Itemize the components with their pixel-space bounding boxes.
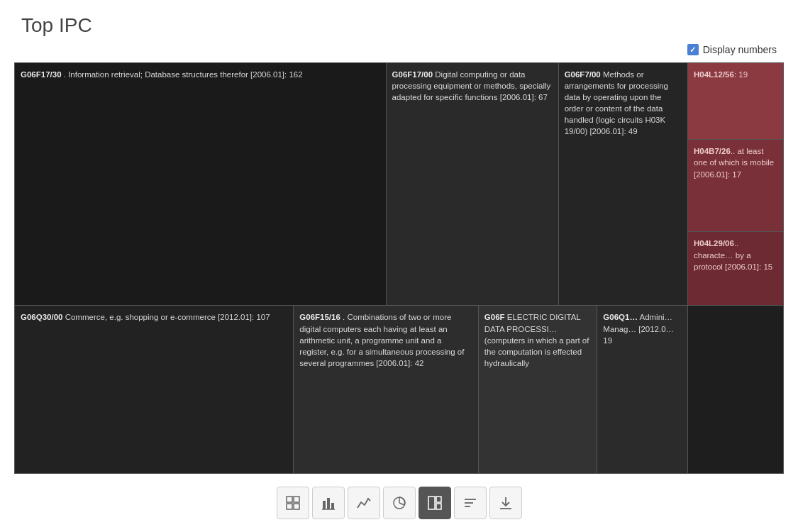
sort-icon	[462, 495, 478, 511]
svg-line-10	[399, 503, 404, 505]
cell-r1c4top-label: H04L12/56	[694, 70, 734, 79]
treemap-row2-rightcol	[688, 306, 783, 473]
line-chart-icon	[356, 495, 372, 511]
table-icon	[285, 495, 301, 511]
svg-rect-2	[287, 504, 292, 509]
treemap-button[interactable]	[419, 487, 451, 519]
svg-rect-13	[436, 504, 441, 509]
svg-rect-4	[323, 501, 326, 509]
download-button[interactable]	[489, 487, 522, 519]
treemap-cell-r1c4-bot[interactable]: H04L29/06.. characte… by a protocol [200…	[688, 232, 783, 305]
sort-view-button[interactable]	[454, 487, 487, 519]
line-chart-button[interactable]	[348, 487, 380, 519]
treemap-cell-r2c3[interactable]: G06F ELECTRIC DIGITAL DATA PROCESSI… (co…	[479, 306, 598, 473]
cell-r2c1-text: Commerce, e.g. shopping or e-commerce [2…	[62, 313, 270, 321]
treemap-row1-rightcol: H04L12/56: 19 H04B7/26.. at least one of…	[688, 63, 783, 305]
treemap-icon	[427, 495, 443, 511]
display-numbers-control[interactable]: Display numbers	[687, 44, 777, 55]
cell-r2c4-label: G06Q1…	[603, 313, 638, 321]
svg-rect-6	[331, 503, 334, 509]
bar-chart-button[interactable]	[312, 487, 345, 519]
treemap-row2-main: G06Q30/00 Commerce, e.g. shopping or e-c…	[15, 306, 688, 473]
svg-rect-5	[327, 498, 330, 509]
svg-rect-1	[294, 497, 299, 502]
pie-chart-icon	[392, 495, 407, 511]
cell-r1c1-label: G06F17/30	[21, 70, 62, 79]
cell-r1c4bot-label: H04L29/06	[694, 239, 734, 248]
treemap-row-1: G06F17/30 . Information retrieval; Datab…	[15, 63, 783, 306]
treemap-row1-main: G06F17/30 . Information retrieval; Datab…	[15, 63, 688, 305]
page-container: Top IPC Display numbers G06F17/30 . Info…	[0, 0, 798, 532]
cell-r2c1-label: G06Q30/00	[21, 313, 62, 321]
bar-chart-icon	[321, 495, 336, 511]
cell-r1c1-text: . Information retrieval; Database struct…	[62, 70, 303, 79]
cell-r2c3-label: G06F	[484, 313, 505, 321]
treemap-cell-r2c1[interactable]: G06Q30/00 Commerce, e.g. shopping or e-c…	[15, 306, 294, 473]
treemap-cell-r2c2[interactable]: G06F15/16 . Combinations of two or more …	[294, 306, 479, 473]
svg-rect-3	[294, 504, 299, 509]
page-title: Top IPC	[21, 14, 777, 37]
treemap-cell-r1c3[interactable]: G06F7/00 Methods or arrangements for pro…	[559, 63, 688, 305]
table-view-button[interactable]	[277, 487, 309, 519]
treemap-cell-r1c4-mid[interactable]: H04B7/26.. at least one of which is mobi…	[688, 140, 783, 232]
treemap-cell-r1c2[interactable]: G06F17/00 Digital computing or data proc…	[387, 63, 559, 305]
pie-chart-button[interactable]	[383, 487, 416, 519]
cell-r1c2-label: G06F17/00	[392, 70, 433, 79]
display-numbers-checkbox[interactable]	[687, 44, 699, 55]
treemap-cell-r1c4-top[interactable]: H04L12/56: 19	[688, 63, 783, 140]
cell-r1c3-label: G06F7/00	[565, 70, 601, 79]
download-icon	[498, 495, 514, 511]
cell-r1c4top-text: : 19	[734, 70, 748, 79]
svg-rect-12	[436, 497, 441, 502]
svg-rect-11	[428, 497, 435, 509]
header: Top IPC	[0, 0, 798, 44]
cell-r2c2-label: G06F15/16	[299, 313, 340, 321]
treemap-cell-r2c4[interactable]: G06Q1… Admini… Manag… [2012.0… 19	[597, 306, 688, 473]
toolbar	[0, 474, 798, 532]
cell-r1c4mid-label: H04B7/26	[694, 147, 731, 155]
treemap-container: G06F17/30 . Information retrieval; Datab…	[14, 62, 784, 474]
treemap-cell-r1c1[interactable]: G06F17/30 . Information retrieval; Datab…	[15, 63, 387, 305]
treemap-row-2: G06Q30/00 Commerce, e.g. shopping or e-c…	[15, 306, 783, 473]
controls-row: Display numbers	[0, 44, 798, 62]
cell-r1c3-text: Methods or arrangements for processing d…	[565, 70, 668, 135]
display-numbers-label: Display numbers	[703, 44, 777, 55]
svg-rect-0	[287, 497, 292, 502]
